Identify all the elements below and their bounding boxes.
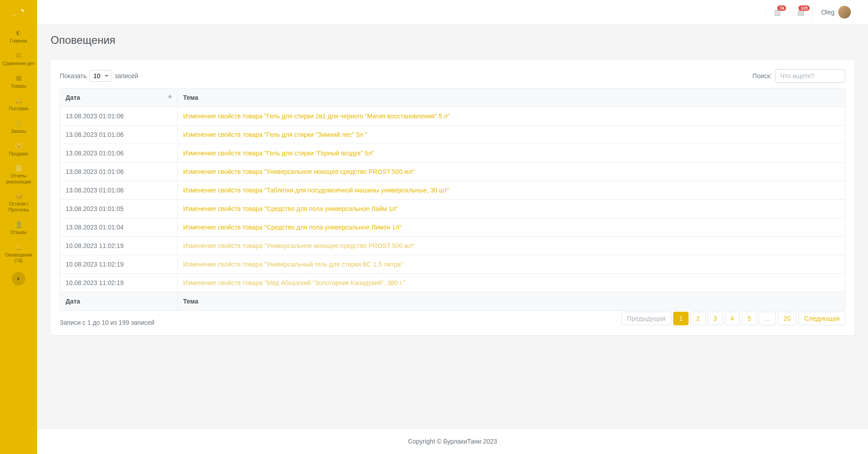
page-next-button[interactable]: Следующая [798,312,845,325]
row-topic: Изменение свойств товара "Универсальное … [178,163,845,181]
sidebar-item-reports[interactable]: 📄 Отчеты реализации [0,160,37,188]
page-title: Оповещения [51,34,854,47]
table-info: Записи с 1 до 10 из 199 записей [60,319,155,326]
row-topic-link[interactable]: Изменение свойств товара "Универсальный … [183,261,403,268]
sidebar-toggle-button[interactable] [12,272,25,286]
box-icon: 📦 [15,192,23,200]
sidebar-item-label: Товары [11,83,26,89]
page-button-1[interactable]: 1 [673,312,689,325]
sidebar-item-orders[interactable]: 🛒 Заказы [0,115,37,138]
row-date: 13.08.2023 01:01:06 [60,107,178,126]
sidebar: ◐ Главная ⚖ Сравнение цен ▦ Товары 🚚 Пос… [0,0,37,454]
page-button-4[interactable]: 4 [725,312,740,325]
row-topic: Изменение свойств товара "Гель для стирк… [178,144,845,163]
row-topic-link[interactable]: Изменение свойств товара "Мед Абхазский … [183,279,405,286]
header: ▥ 74 ▤ 123 Oleg [37,0,868,25]
row-topic-link[interactable]: Изменение свойств товара "Гель для стирк… [183,131,368,138]
row-topic-link[interactable]: Изменение свойств товара "Средство для п… [183,224,401,231]
table-row: 13.08.2023 01:01:06Изменение свойств тов… [60,181,845,200]
row-date: 13.08.2023 01:01:06 [60,181,178,200]
search-control: Поиск: [752,69,845,83]
sidebar-logo[interactable] [0,0,37,25]
header-notifications-2[interactable]: ▤ 123 [789,4,812,20]
table-row: 13.08.2023 01:01:06Изменение свойств тов… [60,163,845,181]
sidebar-item-sales[interactable]: 🐷 Продажи [0,138,37,160]
sidebar-item-label: Главная [10,38,27,44]
sidebar-item-stock[interactable]: 📦 Остатки / Прогнозы [0,188,37,216]
row-topic: Изменение свойств товара "Мед Абхазский … [178,274,845,292]
sidebar-nav: ◐ Главная ⚖ Сравнение цен ▦ Товары 🚚 Пос… [0,25,37,267]
avatar [838,6,851,19]
sidebar-item-label: Поставки [9,106,28,112]
sidebar-item-compare[interactable]: ⚖ Сравнение цен [0,47,37,70]
row-date: 10.08.2023 11:02:19 [60,237,178,255]
sidebar-item-reviews[interactable]: 👤 Отзывы [0,216,37,239]
table-row: 13.08.2023 01:01:06Изменение свойств тов… [60,126,845,144]
sidebar-item-notifications[interactable]: 🔔 Оповещения (74) [0,239,37,267]
length-prefix: Показать [60,72,87,80]
content: Оповещения Показать 10 записей Поиск: [37,25,868,428]
truck-icon: 🚚 [15,96,23,104]
row-topic-link[interactable]: Изменение свойств товара "Универсальное … [183,168,415,175]
row-date: 13.08.2023 01:01:04 [60,218,178,237]
sidebar-item-supplies[interactable]: 🚚 Поставки [0,93,37,115]
notifications-card: Показать 10 записей Поиск: [51,60,854,335]
layers-icon: ▥ 74 [774,8,781,17]
badge-count-1: 74 [777,5,786,11]
row-topic: Изменение свойств товара "Таблетки для п… [178,181,845,200]
sidebar-item-label: Продажи [9,151,28,157]
row-date: 13.08.2023 01:01:05 [60,200,178,218]
logo-icon [13,7,24,18]
table-row: 10.08.2023 11:02:19Изменение свойств тов… [60,255,845,274]
page-button-20[interactable]: 20 [778,312,797,325]
row-date: 10.08.2023 11:02:19 [60,274,178,292]
doc-icon: 📄 [15,164,23,172]
row-topic: Изменение свойств товара "Средство для п… [178,218,845,237]
sidebar-item-label: Отчеты реализации [2,173,35,185]
row-topic-link[interactable]: Изменение свойств товара "Универсальное … [183,242,415,249]
page-button-5[interactable]: 5 [742,312,757,325]
col-footer-topic: Тема [178,292,845,311]
barcode-icon: ▦ [16,74,22,82]
sidebar-item-label: Заказы [11,128,26,134]
header-user[interactable]: Oleg [812,4,859,20]
sidebar-item-products[interactable]: ▦ Товары [0,70,37,93]
sidebar-item-label: Оповещения (74) [2,252,35,264]
length-select[interactable]: 10 [90,70,112,82]
page-button-2[interactable]: 2 [690,312,706,325]
length-suffix: записей [115,72,138,80]
row-topic-link[interactable]: Изменение свойств товара "Гель для стирк… [183,112,450,120]
sidebar-item-label: Сравнение цен [3,61,35,66]
sidebar-item-home[interactable]: ◐ Главная [0,25,37,47]
row-topic: Изменение свойств товара "Гель для стирк… [178,126,845,144]
table-row: 10.08.2023 11:02:19Изменение свойств тов… [60,274,845,292]
footer: Copyright © БурлакиТани 2023 [37,428,868,454]
pagination: Предыдущая 12345...20 Следующая [621,312,845,325]
col-header-date[interactable]: Дата [60,89,178,107]
row-topic-link[interactable]: Изменение свойств товара "Таблетки для п… [183,187,449,194]
row-topic: Изменение свойств товара "Универсальный … [178,255,845,274]
row-topic-link[interactable]: Изменение свойств товара "Гель для стирк… [183,150,374,157]
search-input[interactable] [775,69,845,83]
user-edit-icon: 👤 [15,220,23,229]
row-topic: Изменение свойств товара "Средство для п… [178,200,845,218]
table-row: 13.08.2023 01:01:06Изменение свойств тов… [60,144,845,163]
cart-icon: 🛒 [15,119,23,127]
header-notifications-1[interactable]: ▥ 74 [765,4,789,20]
row-topic: Изменение свойств товара "Гель для стирк… [178,107,845,126]
row-topic-link[interactable]: Изменение свойств товара "Средство для п… [183,205,398,212]
length-control: Показать 10 записей [60,70,138,82]
row-date: 10.08.2023 11:02:19 [60,255,178,274]
piggy-icon: 🐷 [15,141,23,150]
page-prev-button[interactable]: Предыдущая [621,312,672,325]
sidebar-item-label: Отзывы [10,229,27,235]
col-header-topic[interactable]: Тема [178,89,845,107]
row-date: 13.08.2023 01:01:06 [60,163,178,181]
user-name: Oleg [821,9,835,16]
search-label: Поиск: [752,72,772,80]
table-row: 13.08.2023 01:01:04Изменение свойств тов… [60,218,845,237]
page-button-3[interactable]: 3 [708,312,723,325]
row-topic: Изменение свойств товара "Универсальное … [178,237,845,255]
table-row: 13.08.2023 01:01:06Изменение свойств тов… [60,107,845,126]
badge-count-2: 123 [798,5,810,11]
